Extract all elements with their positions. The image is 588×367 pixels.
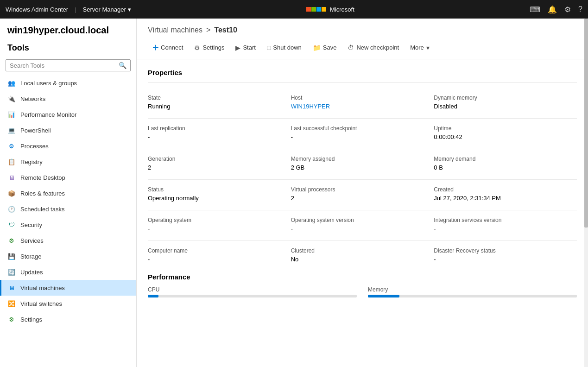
bell-icon[interactable]: 🔔 (548, 5, 557, 14)
sidebar-item-powershell[interactable]: 💻PowerShell (0, 122, 136, 138)
perf-bar-1 (368, 295, 577, 297)
prop-row-divider-2 (148, 149, 577, 149)
performance-title: Performance (148, 273, 577, 281)
sidebar-nav: 👥Local users & groups🔌Networks📊Performan… (0, 75, 136, 367)
server-manager-label: Server Manager (83, 6, 126, 13)
prop-value-2-2: 0 B (434, 164, 571, 171)
chart-icon: 📊 (7, 110, 16, 119)
sidebar-item-label-processes: Processes (20, 143, 49, 150)
sidebar-item-label-networks: Networks (20, 95, 45, 102)
sidebar-item-performance-monitor[interactable]: 📊Performance Monitor (0, 107, 136, 122)
new-checkpoint-button[interactable]: ⏱New checkpoint (343, 42, 404, 54)
properties-grid: StateRunningHostWIN19HYPERDynamic memory… (148, 90, 577, 269)
storage-icon: 💾 (7, 252, 16, 260)
sidebar-item-label-scheduled-tasks: Scheduled tasks (20, 206, 64, 213)
shield-icon: 🛡 (7, 221, 16, 229)
prop-value-3-1: 2 (291, 195, 429, 202)
sidebar-item-settings[interactable]: ⚙Settings (0, 311, 136, 327)
server-manager-btn[interactable]: Server Manager ▾ (83, 6, 131, 13)
prop-cell-5-2: Disaster Recovery status- (434, 243, 577, 269)
sidebar-item-security[interactable]: 🛡Security (0, 217, 136, 233)
sidebar-item-updates[interactable]: 🔄Updates (0, 264, 136, 280)
shutdown-btn-label: Shut down (273, 44, 301, 51)
prop-label-4-1: Operating system version (291, 217, 429, 223)
help-icon[interactable]: ? (578, 5, 582, 13)
shutdown-btn-icon: □ (267, 44, 271, 51)
prop-label-3-2: Created (434, 186, 571, 193)
prop-cell-3-0: StatusOperating normally (148, 182, 291, 208)
prop-value-1-0: - (148, 133, 285, 140)
search-icon[interactable]: 🔍 (119, 62, 126, 69)
sidebar-item-label-local-users: Local users & groups (20, 80, 77, 87)
prop-label-3-0: Status (148, 186, 285, 193)
sidebar-item-roles-features[interactable]: 📦Roles & features (0, 185, 136, 201)
ms-logo-yellow (322, 7, 326, 12)
save-button[interactable]: 📁Save (308, 42, 341, 54)
sidebar-item-label-virtual-switches: Virtual switches (20, 300, 62, 307)
prop-row-divider-3 (148, 179, 577, 180)
prop-value-1-2: 0:00:00:42 (434, 133, 571, 140)
performance-section: Performance CPUMemory (148, 273, 577, 297)
prop-label-5-0: Computer name (148, 247, 285, 254)
prop-label-0-1: Host (291, 95, 429, 101)
perf-bar-fill-0 (148, 295, 158, 297)
network-icon: 🔌 (7, 95, 16, 103)
prop-label-1-0: Last replication (148, 125, 285, 132)
more-btn-label: More (410, 44, 424, 51)
prop-value-4-1: - (291, 225, 429, 232)
gear-icon-topbar[interactable]: ⚙ (564, 5, 571, 14)
sidebar-item-virtual-machines[interactable]: 🖥Virtual machines (0, 280, 136, 296)
start-button[interactable]: ▶Start (231, 42, 260, 54)
prop-value-5-0: - (148, 256, 285, 263)
sidebar-item-label-security: Security (20, 221, 42, 228)
breadcrumb-separator: > (206, 26, 210, 34)
start-btn-icon: ▶ (235, 44, 240, 51)
gear-icon: ⚙ (7, 315, 16, 323)
sidebar-item-label-updates: Updates (20, 269, 43, 276)
prop-cell-4-1: Operating system version- (291, 212, 434, 239)
sidebar-item-remote-desktop[interactable]: 🖥Remote Desktop (0, 170, 136, 185)
sidebar-item-services[interactable]: ⚙Services (0, 233, 136, 248)
prop-value-3-0: Operating normally (148, 195, 285, 202)
new-checkpoint-btn-label: New checkpoint (356, 44, 399, 51)
ms-logo-green (311, 7, 316, 12)
sidebar-item-label-virtual-machines: Virtual machines (20, 285, 65, 291)
sidebar-item-scheduled-tasks[interactable]: 🕐Scheduled tasks (0, 201, 136, 217)
prop-value-2-1: 2 GB (291, 164, 429, 171)
terminal-icon[interactable]: ⌨ (530, 5, 540, 14)
prop-cell-0-1: HostWIN19HYPER (291, 90, 434, 116)
sidebar-item-label-storage: Storage (20, 253, 42, 260)
more-button[interactable]: More▾ (405, 42, 434, 54)
more-btn-icon: ▾ (426, 44, 430, 51)
sidebar-item-processes[interactable]: ⚙Processes (0, 138, 136, 154)
connect-button[interactable]: ✕Connect (148, 41, 188, 54)
prop-label-1-1: Last successful checkpoint (291, 125, 429, 132)
prop-cell-2-0: Generation2 (148, 151, 291, 177)
prop-value-0-1[interactable]: WIN19HYPER (291, 103, 330, 110)
sidebar-item-virtual-switches[interactable]: 🔀Virtual switches (0, 296, 136, 311)
topbar-sep: | (75, 6, 76, 13)
prop-value-0-2: Disabled (434, 103, 571, 110)
breadcrumb: Virtual machines > Test10 (137, 19, 588, 38)
sidebar-item-label-services: Services (20, 237, 44, 244)
perf-label-0: CPU (148, 286, 357, 293)
sidebar-item-registry[interactable]: 📋Registry (0, 154, 136, 170)
prop-label-4-2: Integration services version (434, 217, 571, 223)
prop-label-5-2: Disaster Recovery status (434, 247, 571, 254)
prop-cell-5-1: ClusteredNo (291, 243, 434, 269)
save-btn-icon: 📁 (313, 44, 321, 51)
settings-button[interactable]: ⚙Settings (190, 42, 229, 54)
search-input[interactable] (10, 62, 119, 69)
sidebar-item-storage[interactable]: 💾Storage (0, 248, 136, 264)
shutdown-button[interactable]: □Shut down (262, 42, 306, 54)
properties-divider (148, 82, 577, 82)
sidebar-item-networks[interactable]: 🔌Networks (0, 91, 136, 107)
prop-cell-2-2: Memory demand0 B (434, 151, 577, 177)
toolbar: ✕Connect⚙Settings▶Start□Shut down📁Save⏱N… (137, 38, 588, 59)
topbar: Windows Admin Center | Server Manager ▾ … (0, 0, 588, 19)
breadcrumb-parent[interactable]: Virtual machines (148, 26, 202, 34)
sidebar-item-local-users[interactable]: 👥Local users & groups (0, 75, 136, 91)
prop-cell-0-0: StateRunning (148, 90, 291, 116)
right-scrollbar[interactable] (584, 19, 588, 367)
sidebar: win19hyper.cloud.local Tools 🔍 👥Local us… (0, 19, 137, 367)
